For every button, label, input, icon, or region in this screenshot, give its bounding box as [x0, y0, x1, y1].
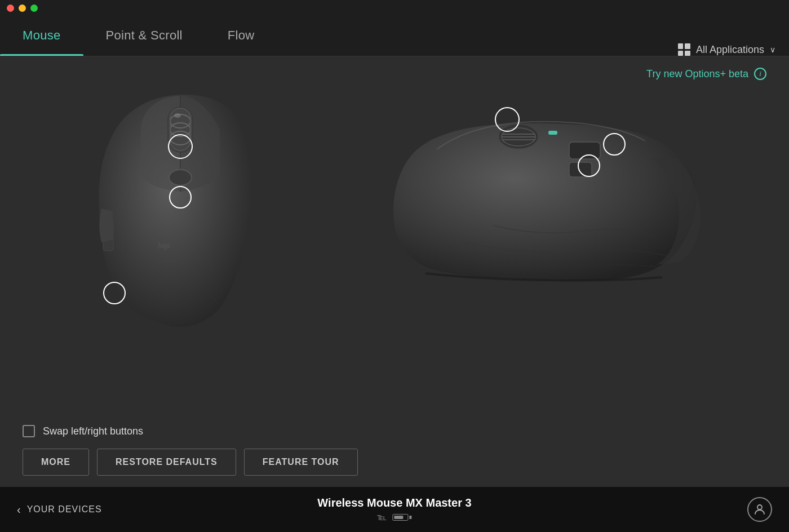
svg-point-18 [757, 505, 762, 509]
tab-flow[interactable]: Flow [205, 15, 277, 56]
close-button[interactable] [7, 5, 14, 12]
all-applications-selector[interactable]: All Applications ∨ [664, 43, 789, 56]
svg-text:logi: logi [158, 241, 170, 250]
swap-checkbox[interactable] [23, 425, 35, 437]
hotspot-forward-button[interactable] [603, 133, 626, 156]
action-buttons: MORE RESTORE DEFAULTS FEATURE TOUR [23, 449, 766, 476]
grid-icon [678, 43, 690, 56]
svg-rect-15 [548, 131, 557, 135]
mouse-top-view: logi [82, 73, 285, 333]
device-info: Wireless Mouse MX Master 3 ℡ [317, 496, 471, 522]
tabbar: Mouse Point & Scroll Flow All Applicatio… [0, 16, 789, 56]
battery-indicator [392, 514, 411, 521]
user-profile-button[interactable] [747, 497, 772, 522]
device-status-icons: ℡ [317, 512, 471, 522]
mouse-side-view [380, 107, 707, 299]
maximize-button[interactable] [30, 5, 38, 12]
more-button[interactable]: MORE [23, 449, 89, 476]
tab-point-scroll[interactable]: Point & Scroll [83, 15, 205, 56]
device-name: Wireless Mouse MX Master 3 [317, 496, 471, 509]
restore-defaults-button[interactable]: RESTORE DEFAULTS [97, 449, 236, 476]
titlebar [0, 0, 789, 16]
mouse-display-area: logi [0, 56, 789, 349]
feature-tour-button[interactable]: FEATURE TOUR [244, 449, 358, 476]
mouse-side-svg [380, 113, 707, 293]
footer: ‹ YOUR DEVICES Wireless Mouse MX Master … [0, 487, 789, 532]
hotspot-mode-button[interactable] [169, 186, 192, 209]
hotspot-back-button[interactable] [578, 154, 600, 177]
back-arrow-icon: ‹ [17, 503, 21, 516]
svg-point-6 [174, 113, 181, 118]
options-beta-link[interactable]: Try new Options+ beta i [646, 68, 766, 80]
tab-mouse[interactable]: Mouse [0, 15, 83, 56]
hotspot-thumb-button[interactable] [103, 282, 126, 304]
hotspot-scroll-side[interactable] [495, 107, 520, 132]
bluetooth-icon: ℡ [377, 512, 387, 522]
bottom-controls: Swap left/right buttons MORE RESTORE DEF… [0, 416, 789, 487]
chevron-down-icon: ∨ [770, 45, 775, 54]
hotspot-scroll-wheel[interactable] [168, 134, 193, 159]
swap-row: Swap left/right buttons [23, 425, 766, 437]
svg-point-7 [169, 170, 192, 185]
swap-label: Swap left/right buttons [43, 425, 143, 437]
your-devices-nav[interactable]: ‹ YOUR DEVICES [17, 503, 102, 516]
info-icon: i [754, 68, 766, 80]
minimize-button[interactable] [19, 5, 26, 12]
main-content: Try new Options+ beta i [0, 56, 789, 487]
